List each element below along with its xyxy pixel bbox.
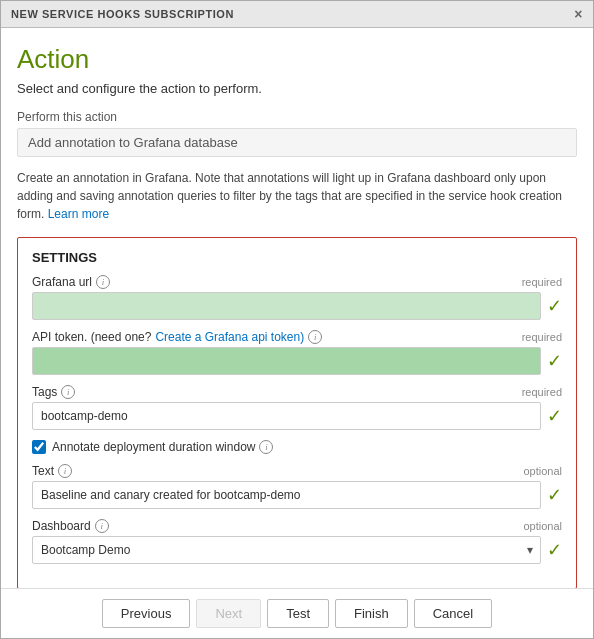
api-token-input[interactable] [32,347,541,375]
tags-field: Tags i required ✓ [32,385,562,430]
grafana-url-label: Grafana url i [32,275,110,289]
dashboard-select-wrapper: Bootcamp Demo Other Dashboard ▾ [32,536,541,564]
settings-box: SETTINGS Grafana url i required ✓ [17,237,577,588]
tags-header: Tags i required [32,385,562,399]
dashboard-label: Dashboard i [32,519,109,533]
tags-input-wrapper: ✓ [32,402,562,430]
text-input-wrapper: ✓ [32,481,562,509]
grafana-url-input[interactable] [32,292,541,320]
grafana-url-input-wrapper: ✓ [32,292,562,320]
settings-title: SETTINGS [32,250,562,265]
page-subtitle: Select and configure the action to perfo… [17,81,577,96]
tags-info-icon[interactable]: i [61,385,75,399]
action-display-value: Add annotation to Grafana database [17,128,577,157]
window-title: NEW SERVICE HOOKS SUBSCRIPTION [11,8,234,20]
dashboard-optional: optional [523,520,562,532]
annotate-checkbox-label: Annotate deployment duration window i [52,440,273,454]
window: NEW SERVICE HOOKS SUBSCRIPTION × Action … [0,0,594,639]
text-header: Text i optional [32,464,562,478]
dashboard-info-icon[interactable]: i [95,519,109,533]
tags-check-icon: ✓ [547,407,562,425]
perform-label: Perform this action [17,110,577,124]
close-icon[interactable]: × [574,7,583,21]
api-token-check-icon: ✓ [547,352,562,370]
text-info-icon[interactable]: i [58,464,72,478]
text-label: Text i [32,464,72,478]
next-button: Next [196,599,261,628]
api-token-label: API token. (need one? Create a Grafana a… [32,330,322,344]
title-bar: NEW SERVICE HOOKS SUBSCRIPTION × [1,1,593,28]
api-token-field: API token. (need one? Create a Grafana a… [32,330,562,375]
previous-button[interactable]: Previous [102,599,191,628]
grafana-url-field: Grafana url i required ✓ [32,275,562,320]
grafana-url-info-icon[interactable]: i [96,275,110,289]
grafana-url-header: Grafana url i required [32,275,562,289]
text-input[interactable] [32,481,541,509]
api-token-info-icon[interactable]: i [308,330,322,344]
api-token-input-wrapper: ✓ [32,347,562,375]
page-title: Action [17,44,577,75]
annotate-checkbox-row: Annotate deployment duration window i [32,440,562,454]
api-token-required: required [522,331,562,343]
grafana-url-check-icon: ✓ [547,297,562,315]
cancel-button[interactable]: Cancel [414,599,492,628]
dashboard-check-icon: ✓ [547,541,562,559]
main-content: Action Select and configure the action t… [1,28,593,588]
dashboard-input-wrapper: Bootcamp Demo Other Dashboard ▾ ✓ [32,536,562,564]
footer: Previous Next Test Finish Cancel [1,588,593,638]
create-grafana-api-token-link[interactable]: Create a Grafana api token) [155,330,304,344]
tags-input[interactable] [32,402,541,430]
test-button[interactable]: Test [267,599,329,628]
annotate-checkbox[interactable] [32,440,46,454]
text-check-icon: ✓ [547,486,562,504]
description-text: Create an annotation in Grafana. Note th… [17,169,577,223]
tags-label: Tags i [32,385,75,399]
finish-button[interactable]: Finish [335,599,408,628]
dashboard-header: Dashboard i optional [32,519,562,533]
grafana-url-required: required [522,276,562,288]
learn-more-link[interactable]: Learn more [48,207,109,221]
tags-required: required [522,386,562,398]
api-token-header: API token. (need one? Create a Grafana a… [32,330,562,344]
text-optional: optional [523,465,562,477]
dashboard-select[interactable]: Bootcamp Demo Other Dashboard [32,536,541,564]
annotate-info-icon[interactable]: i [259,440,273,454]
text-field: Text i optional ✓ [32,464,562,509]
dashboard-field: Dashboard i optional Bootcamp Demo Other… [32,519,562,564]
